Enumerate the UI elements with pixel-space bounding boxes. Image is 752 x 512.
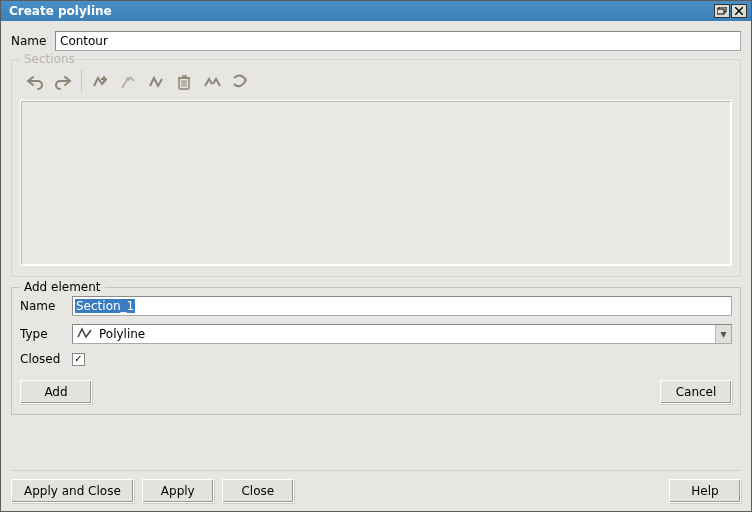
delete-icon[interactable] [171, 70, 197, 94]
titlebar[interactable]: Create polyline [1, 1, 751, 21]
edit-point-icon[interactable] [115, 70, 141, 94]
svg-point-4 [126, 77, 130, 81]
sections-toolbar [20, 68, 732, 100]
svg-rect-3 [101, 78, 107, 80]
join-icon[interactable] [199, 70, 225, 94]
add-closed-checkbox[interactable]: ✓ [72, 353, 85, 366]
apply-button[interactable]: Apply [142, 479, 214, 503]
add-type-row: Type Polyline ▾ [20, 324, 732, 344]
add-name-label: Name [20, 299, 72, 313]
spline-icon[interactable] [227, 70, 253, 94]
add-closed-label: Closed [20, 352, 72, 366]
name-row: Name [11, 31, 741, 51]
dialog-window: Create polyline Name Sections [0, 0, 752, 512]
add-button[interactable]: Add [20, 380, 92, 404]
add-name-value: Section_1 [75, 299, 135, 313]
dialog-body: Name Sections [1, 21, 751, 511]
dialog-footer: Apply and Close Apply Close Help [11, 470, 741, 503]
undo-icon[interactable] [22, 70, 48, 94]
restore-icon[interactable] [714, 4, 730, 18]
sections-list[interactable] [20, 100, 732, 266]
polyline-icon[interactable] [143, 70, 169, 94]
polyline-type-icon [77, 327, 93, 342]
close-button[interactable]: Close [222, 479, 294, 503]
insert-section-icon[interactable] [87, 70, 113, 94]
svg-rect-1 [717, 9, 724, 14]
redo-icon[interactable] [50, 70, 76, 94]
sections-group: Sections [11, 59, 741, 277]
add-name-input[interactable]: Section_1 [72, 296, 732, 316]
help-button[interactable]: Help [669, 479, 741, 503]
close-icon[interactable] [731, 4, 747, 18]
add-name-row: Name Section_1 [20, 296, 732, 316]
name-label: Name [11, 34, 55, 48]
chevron-down-icon[interactable]: ▾ [715, 325, 731, 343]
add-element-group: Add element Name Section_1 Type Polyline… [11, 287, 741, 415]
cancel-button[interactable]: Cancel [660, 380, 732, 404]
add-closed-row: Closed ✓ [20, 352, 732, 366]
add-type-value: Polyline [99, 327, 145, 341]
add-type-label: Type [20, 327, 72, 341]
separator [81, 70, 82, 92]
add-type-combo[interactable]: Polyline ▾ [72, 324, 732, 344]
add-element-legend: Add element [20, 280, 105, 294]
name-input[interactable] [55, 31, 741, 51]
apply-and-close-button[interactable]: Apply and Close [11, 479, 134, 503]
sections-legend: Sections [20, 52, 79, 66]
add-element-buttons: Add Cancel [20, 380, 732, 404]
window-title: Create polyline [5, 4, 713, 18]
